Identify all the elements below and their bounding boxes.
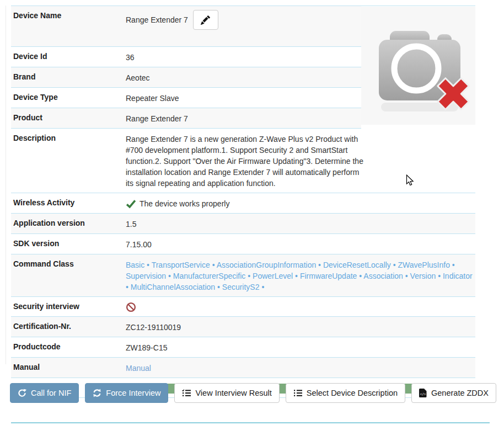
button-label: Select Device Description: [307, 389, 398, 397]
pencil-icon: [201, 15, 210, 25]
sync-icon: [93, 389, 101, 397]
wireless-activity-text: The device works properly: [140, 198, 229, 209]
edit-device-name-button[interactable]: [193, 10, 218, 30]
panel-left-border: [6, 6, 6, 364]
device-info-panel: Device Name Range Extender 7 Device Id 3…: [11, 6, 475, 398]
command-class-link[interactable]: Basic: [126, 261, 144, 269]
bullet-separator: •: [450, 261, 455, 269]
row-value: Manual: [126, 362, 475, 374]
row-value: 7.15.00: [126, 238, 475, 250]
bullet-separator: •: [215, 283, 222, 291]
row-manual: Manual Manual: [11, 358, 475, 378]
bullet-separator: •: [357, 272, 363, 280]
command-class-list: Basic • TransportService • AssociationGr…: [126, 258, 475, 293]
row-value: Range Extender 7: [126, 112, 361, 124]
file-code-icon: </>: [419, 389, 427, 397]
row-application-version: Application version 1.5: [11, 214, 475, 234]
row-wireless-activity: Wireless Activity The device works prope…: [11, 193, 475, 214]
row-label: Manual: [13, 362, 126, 371]
bullet-separator: •: [391, 261, 398, 269]
bullet-separator: •: [166, 272, 173, 280]
command-class-link[interactable]: Version: [410, 272, 436, 280]
row-device-id: Device Id 36: [11, 47, 361, 67]
row-label: Product: [13, 112, 126, 122]
ban-icon: [126, 302, 136, 312]
force-interview-button[interactable]: Force Interview: [85, 383, 168, 403]
row-device-type: Device Type Repeater Slave: [11, 88, 361, 108]
svg-text:</>: </>: [420, 392, 426, 396]
row-label: Security interview: [13, 301, 126, 311]
device-name-value: Range Extender 7: [126, 14, 188, 25]
row-device-name: Device Name Range Extender 7: [11, 6, 361, 47]
row-value: ZC12-19110019: [126, 321, 475, 333]
button-label: View Interview Result: [195, 389, 271, 397]
button-label: Call for NIF: [31, 389, 71, 397]
device-image-placeholder: [361, 7, 475, 125]
bullet-separator: •: [245, 272, 253, 280]
row-label: Description: [13, 132, 126, 142]
row-label: Brand: [13, 71, 126, 81]
row-label: Application version: [13, 217, 126, 227]
generate-zddx-button[interactable]: </> Generate ZDDX: [411, 383, 496, 403]
row-label: Wireless Activity: [13, 197, 126, 207]
call-for-nif-button[interactable]: Call for NIF: [10, 383, 79, 403]
row-value: The device works properly: [126, 197, 475, 209]
row-value: Aeotec: [126, 71, 361, 83]
command-class-link[interactable]: TransportService: [152, 261, 210, 269]
manual-link[interactable]: Manual: [126, 364, 151, 373]
check-icon: [126, 199, 136, 209]
device-description-text: Range Extender 7 is a new generation Z-W…: [126, 132, 364, 189]
tasks-icon: [182, 389, 191, 397]
row-value: Range Extender 7: [126, 10, 361, 30]
row-security-interview: Security interview: [11, 297, 475, 317]
row-command-class: Command Class Basic • TransportService •…: [11, 254, 475, 297]
row-sdk-version: SDK version 7.15.00: [11, 234, 475, 254]
command-class-link[interactable]: Indicator: [443, 272, 473, 280]
mouse-cursor: [405, 174, 414, 186]
row-label: Device Name: [13, 10, 126, 20]
button-label: Generate ZDDX: [431, 389, 489, 397]
camera-icon: [361, 7, 475, 125]
command-class-link[interactable]: PowerLevel: [253, 272, 293, 280]
command-class-link[interactable]: ManufacturerSpecific: [173, 272, 246, 280]
view-interview-result-button[interactable]: View Interview Result: [174, 383, 279, 403]
bullet-separator: •: [260, 283, 265, 291]
bottom-divider: [11, 422, 490, 423]
row-value: 36: [126, 51, 361, 63]
list-icon: [293, 389, 302, 397]
bullet-separator: •: [293, 272, 300, 280]
bullet-separator: •: [436, 272, 443, 280]
command-class-link[interactable]: DeviceResetLocally: [323, 261, 391, 269]
bullet-separator: •: [144, 261, 151, 269]
command-class-link[interactable]: Association: [363, 272, 403, 280]
row-value: [126, 301, 475, 312]
row-certification-nr: Certification-Nr. ZC12-19110019: [11, 317, 475, 337]
select-device-description-button[interactable]: Select Device Description: [286, 383, 405, 403]
row-label: Command Class: [13, 258, 126, 268]
command-class-link[interactable]: FirmwareUpdate: [300, 272, 357, 280]
command-class-link[interactable]: ZWavePlusInfo: [398, 261, 450, 269]
row-value: Repeater Slave: [126, 92, 361, 104]
row-label: SDK version: [13, 238, 126, 248]
command-class-link[interactable]: MultiChannelAssociation: [131, 283, 215, 291]
row-label: Device Id: [13, 51, 126, 61]
command-class-link[interactable]: SecurityS2: [222, 283, 260, 291]
bullet-separator: •: [316, 261, 323, 269]
row-label: Device Type: [13, 92, 126, 102]
bullet-separator: •: [403, 272, 410, 280]
redo-icon: [18, 389, 26, 397]
bullet-separator: •: [210, 261, 217, 269]
command-class-link[interactable]: AssociationGroupInformation: [217, 261, 317, 269]
command-class-link[interactable]: Supervision: [126, 272, 166, 280]
row-value: ZW189-C15: [126, 341, 475, 353]
button-label: Force Interview: [106, 389, 160, 397]
row-label: Certification-Nr.: [13, 321, 126, 331]
row-brand: Brand Aeotec: [11, 67, 361, 88]
action-bar: Call for NIF Force Interview View Interv…: [10, 383, 496, 403]
row-product: Product Range Extender 7: [11, 108, 361, 129]
row-label: Productcode: [13, 341, 126, 351]
row-productcode: Productcode ZW189-C15: [11, 337, 475, 358]
row-value: 1.5: [126, 217, 475, 230]
bullet-separator: •: [126, 283, 131, 291]
